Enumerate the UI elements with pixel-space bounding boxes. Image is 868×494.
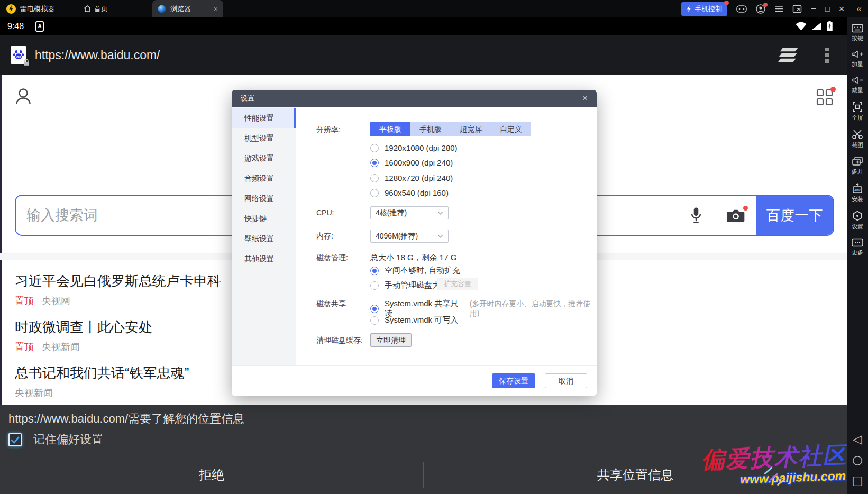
clean-cache-label: 清理磁盘缓存:: [316, 336, 363, 345]
phone-control-button[interactable]: 手机控制: [681, 2, 727, 16]
toolbar-multi-instance[interactable]: 多开: [852, 157, 863, 176]
clock: 9:48: [7, 22, 24, 31]
android-recents-button[interactable]: □: [852, 474, 863, 487]
toolbar-volume-up[interactable]: 加量: [852, 50, 863, 68]
ime-indicator-icon: A: [35, 21, 44, 32]
cpu-select[interactable]: 4核(推荐): [370, 206, 449, 219]
toolbar-more[interactable]: 更多: [852, 238, 863, 257]
expand-capacity-button[interactable]: 扩充容量: [437, 278, 478, 290]
browser-tab[interactable]: 浏览器 ×: [152, 0, 223, 17]
android-statusbar: 9:48 A: [0, 17, 847, 35]
share-location-button[interactable]: 共享位置信息: [424, 455, 847, 494]
apk-install-icon: APK: [852, 183, 863, 194]
disk-auto-option[interactable]: 空间不够时, 自动扩充: [370, 266, 460, 276]
disk-share-label: 磁盘共享: [316, 299, 346, 309]
account-button[interactable]: [756, 4, 765, 14]
deny-button[interactable]: 拒绝: [0, 455, 423, 494]
maximize-button[interactable]: □: [825, 5, 829, 13]
settings-nav-shortcuts[interactable]: 快捷键: [232, 208, 296, 228]
cpu-label: CPU:: [316, 208, 334, 217]
resolution-option[interactable]: 960x540 (dpi 160): [370, 188, 449, 197]
menu-button[interactable]: [774, 5, 783, 12]
minimize-button[interactable]: −: [811, 4, 816, 13]
collapse-sidebar-button[interactable]: «: [857, 4, 862, 13]
url-text[interactable]: https://www.baidu.com/: [35, 48, 160, 62]
gamepad-icon: [736, 5, 747, 13]
radio-on-icon[interactable]: [370, 159, 379, 167]
toolbar-screenshot[interactable]: 截图: [852, 129, 863, 149]
tab-tablet[interactable]: 平板版: [370, 122, 410, 136]
settings-nav-wallpaper[interactable]: 壁纸设置: [232, 228, 296, 249]
scissors-icon: [852, 129, 863, 140]
tab-close-icon[interactable]: ×: [214, 5, 218, 13]
settings-nav-device[interactable]: 机型设置: [232, 128, 296, 148]
memory-select[interactable]: 4096M(推荐): [370, 230, 449, 243]
android-home-button[interactable]: ○: [852, 454, 863, 466]
settings-nav-game[interactable]: 游戏设置: [232, 148, 296, 168]
settings-nav-performance[interactable]: 性能设置: [232, 108, 296, 128]
home-tab[interactable]: 首页: [84, 4, 108, 14]
settings-nav-network[interactable]: 网络设置: [232, 188, 296, 208]
settings-nav-audio[interactable]: 音频设置: [232, 168, 296, 188]
gamepad-button[interactable]: [736, 5, 747, 13]
resolution-option[interactable]: 1920x1080 (dpi 280): [370, 143, 458, 152]
voice-search-button[interactable]: [689, 207, 703, 224]
resolution-option[interactable]: 1280x720 (dpi 240): [370, 173, 453, 182]
disk-label: 磁盘管理:: [316, 253, 348, 263]
signal-icon: [811, 22, 821, 30]
clean-now-button[interactable]: 立即清理: [370, 333, 412, 347]
radio-off-icon[interactable]: [370, 281, 379, 290]
disk-manual-option[interactable]: 手动管理磁盘大小: [370, 280, 448, 290]
tab-ultrawide[interactable]: 超宽屏: [451, 122, 491, 136]
resolution-option[interactable]: 1600x900 (dpi 240): [370, 158, 453, 167]
radio-on-icon[interactable]: [370, 267, 379, 275]
wifi-icon: [796, 22, 807, 31]
browser-menu-icon[interactable]: [825, 48, 829, 63]
volume-down-icon: [852, 76, 863, 85]
toolbar-volume-down[interactable]: 减量: [852, 76, 863, 94]
news-tag: 置顶: [15, 341, 34, 353]
more-icon: [852, 238, 863, 247]
close-button[interactable]: ×: [838, 4, 844, 14]
news-source: 央视新闻: [42, 341, 80, 353]
remember-checkbox[interactable]: [8, 433, 22, 446]
radio-off-icon[interactable]: [370, 189, 379, 197]
toolbar-fullscreen[interactable]: 全屏: [852, 102, 863, 122]
share-note: (多开时内存更小、启动更快，推荐使用): [470, 299, 597, 318]
image-search-button[interactable]: [727, 208, 745, 223]
resize-window-button[interactable]: [792, 5, 802, 13]
browser-urlbar: du https://www.baidu.com/: [0, 35, 847, 75]
home-icon: [84, 5, 91, 12]
radio-on-icon[interactable]: [370, 305, 379, 313]
save-settings-button[interactable]: 保存设置: [492, 373, 535, 388]
radio-off-icon[interactable]: [370, 144, 379, 152]
dialog-close-icon[interactable]: ×: [582, 93, 588, 104]
titlebar-separator: [76, 5, 76, 13]
hamburger-icon: [774, 5, 783, 12]
tab-custom[interactable]: 自定义: [491, 122, 531, 136]
radio-off-icon[interactable]: [370, 316, 379, 325]
lightning-icon: [687, 5, 691, 12]
multi-window-icon: [852, 157, 863, 166]
page-left-edge: [0, 75, 2, 405]
toolbar-settings[interactable]: 设置: [852, 211, 863, 231]
user-profile-icon[interactable]: [14, 86, 33, 106]
chevron-down-icon: [437, 211, 443, 215]
toolbar-keymap[interactable]: 按键: [852, 24, 863, 42]
tab-phone[interactable]: 手机版: [410, 122, 451, 136]
news-source: 央视网: [42, 295, 70, 307]
camera-icon: [727, 208, 745, 223]
share-writable-option[interactable]: System.vmdk 可写入: [370, 315, 458, 325]
radio-off-icon[interactable]: [370, 174, 379, 182]
android-back-button[interactable]: ◁: [853, 433, 862, 445]
permission-message: https://www.baidu.com/需要了解您的位置信息: [8, 411, 244, 427]
settings-hexagon-icon: [852, 211, 863, 221]
tabs-stack-icon[interactable]: [778, 47, 800, 63]
settings-dialog: 设置 × 性能设置 机型设置 游戏设置 音频设置 网络设置 快捷键 壁纸设置 其…: [232, 90, 597, 396]
cancel-button[interactable]: 取消: [545, 373, 587, 388]
toolbar-install-apk[interactable]: APK 安装: [852, 183, 863, 203]
remember-label: 记住偏好设置: [33, 432, 103, 447]
settings-nav-other[interactable]: 其他设置: [232, 249, 296, 269]
baidu-search-button[interactable]: 百度一下: [756, 196, 833, 235]
apps-grid-button[interactable]: [816, 89, 833, 106]
